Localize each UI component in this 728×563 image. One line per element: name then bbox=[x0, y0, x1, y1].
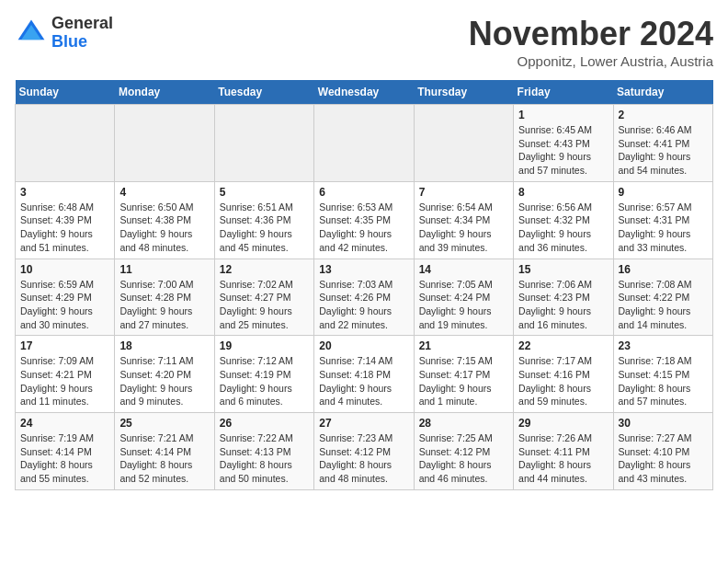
location: Opponitz, Lower Austria, Austria bbox=[469, 53, 713, 69]
day-number: 9 bbox=[619, 186, 708, 199]
day-info: Sunrise: 7:14 AM Sunset: 4:18 PM Dayligh… bbox=[319, 354, 408, 408]
day-info: Sunrise: 6:57 AM Sunset: 4:31 PM Dayligh… bbox=[619, 201, 708, 255]
day-number: 2 bbox=[619, 109, 708, 121]
calendar-cell: 30Sunrise: 7:27 AM Sunset: 4:10 PM Dayli… bbox=[613, 413, 712, 490]
day-number: 16 bbox=[619, 263, 708, 276]
logo: General Blue bbox=[15, 15, 113, 52]
week-row-1: 1Sunrise: 6:45 AM Sunset: 4:43 PM Daylig… bbox=[16, 105, 713, 182]
day-number: 30 bbox=[619, 417, 708, 430]
weekday-header-row: SundayMondayTuesdayWednesdayThursdayFrid… bbox=[16, 80, 713, 105]
day-number: 4 bbox=[119, 186, 209, 199]
calendar-cell: 19Sunrise: 7:12 AM Sunset: 4:19 PM Dayli… bbox=[214, 336, 313, 413]
day-info: Sunrise: 7:25 AM Sunset: 4:12 PM Dayligh… bbox=[419, 431, 508, 486]
calendar-cell: 14Sunrise: 7:05 AM Sunset: 4:24 PM Dayli… bbox=[414, 259, 513, 336]
day-number: 3 bbox=[20, 186, 109, 199]
day-info: Sunrise: 6:50 AM Sunset: 4:38 PM Dayligh… bbox=[119, 201, 209, 255]
day-number: 7 bbox=[419, 186, 508, 199]
day-number: 11 bbox=[119, 263, 209, 276]
day-number: 15 bbox=[518, 263, 608, 276]
calendar-cell: 18Sunrise: 7:11 AM Sunset: 4:20 PM Dayli… bbox=[115, 336, 214, 413]
day-number: 14 bbox=[419, 263, 508, 276]
day-number: 25 bbox=[119, 417, 209, 430]
calendar-cell: 24Sunrise: 7:19 AM Sunset: 4:14 PM Dayli… bbox=[16, 413, 115, 490]
day-info: Sunrise: 7:22 AM Sunset: 4:13 PM Dayligh… bbox=[220, 431, 309, 486]
week-row-5: 24Sunrise: 7:19 AM Sunset: 4:14 PM Dayli… bbox=[16, 413, 713, 490]
day-info: Sunrise: 6:46 AM Sunset: 4:41 PM Dayligh… bbox=[619, 123, 708, 178]
day-info: Sunrise: 7:26 AM Sunset: 4:11 PM Dayligh… bbox=[518, 431, 608, 486]
calendar-cell: 7Sunrise: 6:54 AM Sunset: 4:34 PM Daylig… bbox=[414, 181, 513, 259]
day-number: 26 bbox=[220, 417, 309, 430]
calendar-cell: 9Sunrise: 6:57 AM Sunset: 4:31 PM Daylig… bbox=[613, 181, 712, 259]
calendar-cell bbox=[115, 105, 214, 182]
day-info: Sunrise: 7:18 AM Sunset: 4:15 PM Dayligh… bbox=[619, 354, 708, 408]
calendar-cell: 20Sunrise: 7:14 AM Sunset: 4:18 PM Dayli… bbox=[314, 336, 414, 413]
page-header: General Blue November 2024 Opponitz, Low… bbox=[15, 15, 713, 69]
calendar-cell bbox=[414, 105, 513, 182]
day-number: 10 bbox=[20, 263, 109, 276]
day-number: 29 bbox=[518, 417, 608, 430]
day-info: Sunrise: 7:06 AM Sunset: 4:23 PM Dayligh… bbox=[518, 278, 608, 332]
day-number: 1 bbox=[518, 109, 608, 121]
day-number: 24 bbox=[20, 417, 109, 430]
calendar-cell: 13Sunrise: 7:03 AM Sunset: 4:26 PM Dayli… bbox=[314, 259, 414, 336]
day-number: 12 bbox=[220, 263, 309, 276]
weekday-sunday: Sunday bbox=[16, 80, 115, 105]
day-info: Sunrise: 7:05 AM Sunset: 4:24 PM Dayligh… bbox=[419, 278, 508, 332]
calendar-cell: 5Sunrise: 6:51 AM Sunset: 4:36 PM Daylig… bbox=[214, 181, 313, 259]
day-info: Sunrise: 6:56 AM Sunset: 4:32 PM Dayligh… bbox=[518, 201, 608, 255]
calendar-cell: 1Sunrise: 6:45 AM Sunset: 4:43 PM Daylig… bbox=[514, 105, 613, 182]
calendar-cell: 23Sunrise: 7:18 AM Sunset: 4:15 PM Dayli… bbox=[613, 336, 712, 413]
calendar-cell: 16Sunrise: 7:08 AM Sunset: 4:22 PM Dayli… bbox=[613, 259, 712, 336]
weekday-monday: Monday bbox=[115, 80, 214, 105]
day-info: Sunrise: 7:08 AM Sunset: 4:22 PM Dayligh… bbox=[619, 278, 708, 332]
calendar-cell: 25Sunrise: 7:21 AM Sunset: 4:14 PM Dayli… bbox=[115, 413, 214, 490]
calendar-cell: 8Sunrise: 6:56 AM Sunset: 4:32 PM Daylig… bbox=[514, 181, 613, 259]
day-number: 13 bbox=[319, 263, 408, 276]
week-row-3: 10Sunrise: 6:59 AM Sunset: 4:29 PM Dayli… bbox=[16, 259, 713, 336]
calendar-table: SundayMondayTuesdayWednesdayThursdayFrid… bbox=[15, 80, 713, 490]
calendar-cell: 29Sunrise: 7:26 AM Sunset: 4:11 PM Dayli… bbox=[514, 413, 613, 490]
weekday-friday: Friday bbox=[514, 80, 613, 105]
calendar-cell: 17Sunrise: 7:09 AM Sunset: 4:21 PM Dayli… bbox=[16, 336, 115, 413]
day-info: Sunrise: 7:21 AM Sunset: 4:14 PM Dayligh… bbox=[119, 431, 209, 486]
day-info: Sunrise: 6:54 AM Sunset: 4:34 PM Dayligh… bbox=[419, 201, 508, 255]
day-info: Sunrise: 7:12 AM Sunset: 4:19 PM Dayligh… bbox=[220, 354, 309, 408]
calendar-cell: 10Sunrise: 6:59 AM Sunset: 4:29 PM Dayli… bbox=[16, 259, 115, 336]
weekday-wednesday: Wednesday bbox=[314, 80, 414, 105]
day-number: 17 bbox=[20, 339, 109, 352]
calendar-cell: 26Sunrise: 7:22 AM Sunset: 4:13 PM Dayli… bbox=[214, 413, 313, 490]
weekday-tuesday: Tuesday bbox=[214, 80, 313, 105]
calendar-cell: 15Sunrise: 7:06 AM Sunset: 4:23 PM Dayli… bbox=[514, 259, 613, 336]
day-number: 6 bbox=[319, 186, 408, 199]
day-number: 22 bbox=[518, 339, 608, 352]
day-info: Sunrise: 7:11 AM Sunset: 4:20 PM Dayligh… bbox=[119, 354, 209, 408]
calendar-cell: 4Sunrise: 6:50 AM Sunset: 4:38 PM Daylig… bbox=[115, 181, 214, 259]
logo-icon bbox=[15, 17, 48, 50]
calendar-cell: 28Sunrise: 7:25 AM Sunset: 4:12 PM Dayli… bbox=[414, 413, 513, 490]
day-info: Sunrise: 7:03 AM Sunset: 4:26 PM Dayligh… bbox=[319, 278, 408, 332]
calendar-cell bbox=[314, 105, 414, 182]
title-section: November 2024 Opponitz, Lower Austria, A… bbox=[469, 15, 713, 69]
day-info: Sunrise: 7:23 AM Sunset: 4:12 PM Dayligh… bbox=[319, 431, 408, 486]
calendar-cell: 12Sunrise: 7:02 AM Sunset: 4:27 PM Dayli… bbox=[214, 259, 313, 336]
calendar-cell bbox=[214, 105, 313, 182]
day-number: 21 bbox=[419, 339, 508, 352]
day-info: Sunrise: 6:59 AM Sunset: 4:29 PM Dayligh… bbox=[20, 278, 109, 332]
logo-text: General Blue bbox=[51, 15, 113, 52]
calendar-cell: 3Sunrise: 6:48 AM Sunset: 4:39 PM Daylig… bbox=[16, 181, 115, 259]
day-info: Sunrise: 6:53 AM Sunset: 4:35 PM Dayligh… bbox=[319, 201, 408, 255]
calendar-cell: 11Sunrise: 7:00 AM Sunset: 4:28 PM Dayli… bbox=[115, 259, 214, 336]
day-number: 8 bbox=[518, 186, 608, 199]
calendar-cell: 6Sunrise: 6:53 AM Sunset: 4:35 PM Daylig… bbox=[314, 181, 414, 259]
day-number: 18 bbox=[119, 339, 209, 352]
week-row-4: 17Sunrise: 7:09 AM Sunset: 4:21 PM Dayli… bbox=[16, 336, 713, 413]
day-info: Sunrise: 7:19 AM Sunset: 4:14 PM Dayligh… bbox=[20, 431, 109, 486]
day-info: Sunrise: 6:48 AM Sunset: 4:39 PM Dayligh… bbox=[20, 201, 109, 255]
week-row-2: 3Sunrise: 6:48 AM Sunset: 4:39 PM Daylig… bbox=[16, 181, 713, 259]
day-number: 23 bbox=[619, 339, 708, 352]
day-number: 27 bbox=[319, 417, 408, 430]
day-number: 20 bbox=[319, 339, 408, 352]
day-info: Sunrise: 6:45 AM Sunset: 4:43 PM Dayligh… bbox=[518, 123, 608, 178]
day-info: Sunrise: 7:27 AM Sunset: 4:10 PM Dayligh… bbox=[619, 431, 708, 486]
day-info: Sunrise: 7:02 AM Sunset: 4:27 PM Dayligh… bbox=[220, 278, 309, 332]
